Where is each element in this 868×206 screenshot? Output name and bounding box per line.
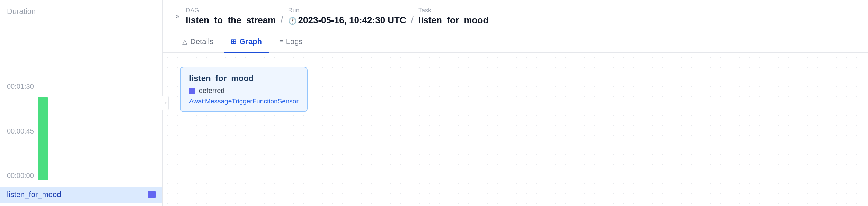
y-axis-label-mid: 00:00:45 — [7, 127, 34, 135]
task-status-dot — [148, 191, 156, 198]
tab-graph[interactable]: ⊞ Graph — [224, 31, 269, 53]
tab-logs[interactable]: ≡ Logs — [272, 31, 309, 53]
breadcrumb-dag-value[interactable]: listen_to_the_stream — [186, 15, 276, 26]
breadcrumb-task-category: Task — [418, 7, 488, 14]
graph-node-status-label: deferred — [199, 87, 225, 95]
chart-container: 00:01:30 00:00:45 00:00:00 — [7, 22, 156, 180]
logs-icon: ≡ — [279, 38, 283, 46]
duration-bar — [38, 97, 48, 180]
details-icon: △ — [182, 37, 187, 46]
collapse-button[interactable]: « — [162, 96, 169, 110]
breadcrumb-task: Task listen_for_mood — [418, 7, 488, 26]
right-panel: » DAG listen_to_the_stream / Run 🕐2023-0… — [163, 0, 868, 206]
clock-icon: 🕐 — [288, 17, 297, 25]
duration-label: Duration — [7, 7, 156, 16]
task-list-item[interactable]: listen_for_mood — [0, 187, 162, 203]
task-item-name: listen_for_mood — [7, 190, 61, 199]
y-axis-label-bot: 00:00:00 — [7, 172, 34, 180]
tab-graph-label: Graph — [239, 37, 262, 46]
breadcrumb-task-value[interactable]: listen_for_mood — [418, 15, 488, 26]
graph-node-type[interactable]: AwaitMessageTriggerFunctionSensor — [189, 97, 299, 105]
graph-node-status-row: deferred — [189, 87, 299, 95]
y-axis: 00:01:30 00:00:45 00:00:00 — [7, 83, 38, 180]
tabs-bar: △ Details ⊞ Graph ≡ Logs — [163, 31, 868, 53]
task-list: listen_for_mood — [0, 183, 162, 206]
graph-node-status-dot — [189, 88, 195, 94]
breadcrumb-expand-icon[interactable]: » — [175, 12, 179, 21]
graph-node-card[interactable]: listen_for_mood deferred AwaitMessageTri… — [180, 67, 308, 112]
breadcrumb-run: Run 🕐2023-05-16, 10:42:30 UTC — [288, 7, 406, 26]
bar-area — [38, 83, 156, 180]
breadcrumb-sep-1: / — [281, 14, 283, 26]
y-axis-label-top: 00:01:30 — [7, 83, 34, 91]
tab-logs-label: Logs — [286, 37, 303, 46]
graph-node-title: listen_for_mood — [189, 74, 299, 83]
breadcrumb-sep-2: / — [411, 14, 414, 26]
collapse-icon: « — [164, 101, 166, 105]
tab-details[interactable]: △ Details — [175, 31, 220, 53]
graph-icon: ⊞ — [231, 37, 237, 46]
duration-chart-area: Duration 00:01:30 00:00:45 00:00:00 — [0, 0, 162, 183]
breadcrumb-dag-category: DAG — [186, 7, 276, 14]
breadcrumb-bar: » DAG listen_to_the_stream / Run 🕐2023-0… — [163, 0, 868, 31]
left-panel: « Duration 00:01:30 00:00:45 00:00:00 li… — [0, 0, 163, 206]
breadcrumb-run-value[interactable]: 🕐2023-05-16, 10:42:30 UTC — [288, 15, 406, 26]
breadcrumb-dag: DAG listen_to_the_stream — [186, 7, 276, 26]
tab-details-label: Details — [190, 37, 213, 46]
breadcrumb-run-category: Run — [288, 7, 406, 14]
graph-area: listen_for_mood deferred AwaitMessageTri… — [163, 53, 868, 206]
